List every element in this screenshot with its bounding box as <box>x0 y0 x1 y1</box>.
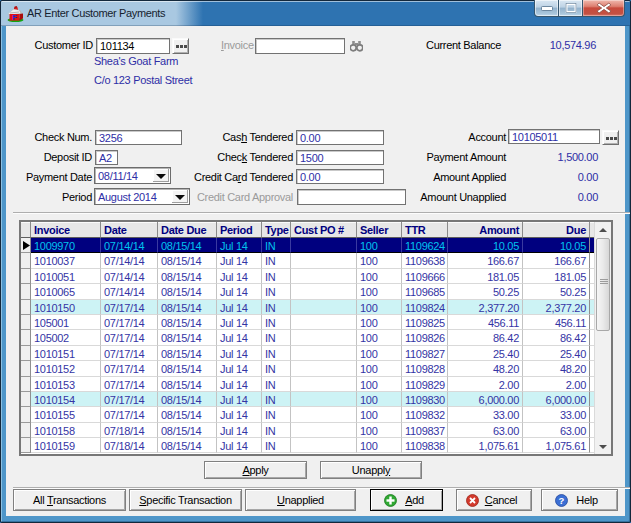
svg-text:?: ? <box>559 495 565 506</box>
svg-text:F: F <box>12 13 17 22</box>
